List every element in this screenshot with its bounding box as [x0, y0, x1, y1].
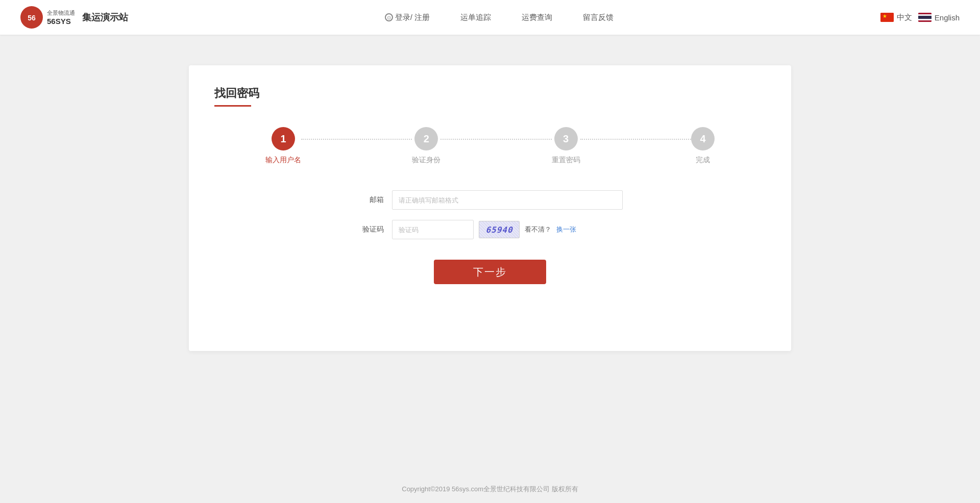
email-row: 邮箱	[357, 190, 623, 210]
logo-icon: 56	[20, 6, 43, 29]
captcha-cant-see-text: 看不清？	[525, 225, 551, 234]
logo-text: 全景物流通 56SYS	[47, 9, 75, 26]
step-label-1: 输入用户名	[265, 156, 301, 165]
copyright-text: Copyright©2019 56sys.com全景世纪科技有限公司 版权所有	[402, 485, 578, 493]
step-2: 2 验证身份	[412, 127, 440, 165]
captcha-group: 65940 看不清？ 换一张	[392, 220, 623, 239]
logo-subtitle: 集运演示站	[82, 11, 128, 23]
next-step-button[interactable]: 下一步	[434, 260, 546, 284]
captcha-row: 验证码 65940 看不清？ 换一张	[357, 220, 623, 239]
page-title: 找回密码	[214, 86, 766, 101]
captcha-image[interactable]: 65940	[479, 221, 520, 238]
step-circle-4: 4	[691, 127, 715, 150]
step-circle-1: 1	[272, 127, 295, 150]
main-nav: ⊙ 登录/ 注册 运单追踪 运费查询 留言反馈	[128, 13, 870, 22]
captcha-input[interactable]	[392, 220, 474, 239]
password-recovery-card: 找回密码 1 输入用户名 2 验证身份 3 重置密码	[189, 65, 791, 351]
captcha-label: 验证码	[357, 225, 384, 234]
step-label-2: 验证身份	[412, 156, 440, 165]
step-label-4: 完成	[696, 156, 710, 165]
connector-3-4	[580, 127, 691, 140]
email-label: 邮箱	[357, 195, 384, 205]
step-circle-2: 2	[414, 127, 438, 150]
main-content: 找回密码 1 输入用户名 2 验证身份 3 重置密码	[0, 35, 980, 472]
header: 56 全景物流通 56SYS 集运演示站 ⊙ 登录/ 注册 运单追踪 运费查询 …	[0, 0, 980, 35]
language-switcher: 中文 English	[880, 13, 960, 22]
lang-en[interactable]: English	[918, 13, 960, 22]
email-input[interactable]	[392, 190, 623, 210]
step-label-3: 重置密码	[552, 156, 580, 165]
flag-cn-icon	[880, 13, 894, 22]
step-1: 1 输入用户名	[265, 127, 301, 165]
nav-login[interactable]: ⊙ 登录/ 注册	[385, 13, 430, 22]
nav-tracking[interactable]: 运单追踪	[460, 13, 491, 22]
connector-2-3	[440, 127, 551, 140]
nav-freight[interactable]: 运费查询	[522, 13, 552, 22]
nav-feedback[interactable]: 留言反馈	[583, 13, 614, 22]
step-4: 4 完成	[691, 127, 715, 165]
logo-area[interactable]: 56 全景物流通 56SYS 集运演示站	[20, 6, 128, 29]
footer: Copyright©2019 56sys.com全景世纪科技有限公司 版权所有	[0, 472, 980, 503]
captcha-refresh-link[interactable]: 换一张	[556, 225, 576, 234]
steps-container: 1 输入用户名 2 验证身份 3 重置密码	[214, 127, 766, 165]
flag-th-icon	[918, 13, 932, 22]
step-3: 3 重置密码	[552, 127, 580, 165]
title-underline	[214, 105, 251, 107]
recovery-form: 邮箱 验证码 65940 看不清？ 换一张 下一步	[214, 190, 766, 284]
svg-text:56: 56	[28, 14, 36, 22]
login-circle-icon: ⊙	[385, 13, 393, 21]
step-circle-3: 3	[554, 127, 578, 150]
connector-1-2	[301, 127, 412, 140]
lang-cn[interactable]: 中文	[880, 13, 912, 22]
